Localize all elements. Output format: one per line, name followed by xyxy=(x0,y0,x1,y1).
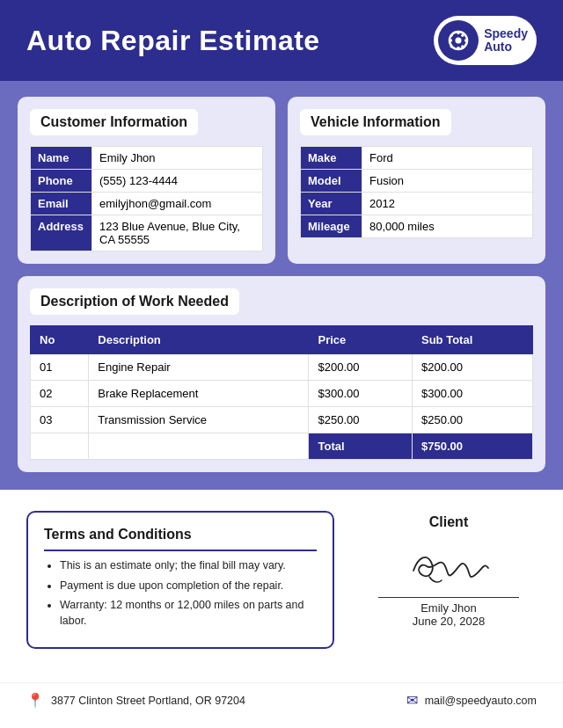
total-value: $750.00 xyxy=(413,433,533,460)
info-cards-row: Customer Information Name Emily Jhon Pho… xyxy=(18,97,545,264)
footer-address-item: 📍 3877 Clinton Street Portland, OR 97204 xyxy=(26,692,245,709)
email-icon: ✉ xyxy=(406,692,418,709)
vehicle-info-table: Make Ford Model Fusion Year 2012 Mileage… xyxy=(300,146,533,238)
table-row: 03 Transmission Service $250.00 $250.00 xyxy=(31,407,533,433)
make-label: Make xyxy=(301,147,362,170)
col-no: No xyxy=(31,326,89,354)
svg-rect-4 xyxy=(449,40,452,42)
email-value: emilyjhon@gmail.com xyxy=(92,193,263,215)
table-row: Name Emily Jhon xyxy=(31,147,263,170)
table-row: Phone (555) 123-4444 xyxy=(31,170,263,193)
row2-desc: Brake Replacement xyxy=(89,381,309,407)
row3-desc: Transmission Service xyxy=(89,407,309,433)
logo-brand-line1: Speedy xyxy=(484,27,528,40)
signature-area xyxy=(378,537,519,590)
vehicle-info-title: Vehicle Information xyxy=(300,109,451,135)
terms-list: This is an estimate only; the final bill… xyxy=(44,558,317,629)
logo-brand-line2: Auto xyxy=(484,40,512,54)
terms-item-2: Payment is due upon completion of the re… xyxy=(60,579,317,594)
client-label: Client xyxy=(429,514,468,530)
bottom-row: Terms and Conditions This is an estimate… xyxy=(26,511,537,649)
client-name: Emily Jhon June 20, 2028 xyxy=(378,597,519,628)
total-empty1 xyxy=(31,433,89,460)
terms-box: Terms and Conditions This is an estimate… xyxy=(26,511,334,649)
total-row: Total $750.00 xyxy=(31,433,533,460)
logo-text: Speedy Auto xyxy=(484,27,528,55)
customer-info-table: Name Emily Jhon Phone (555) 123-4444 Ema… xyxy=(30,146,263,251)
footer: 📍 3877 Clinton Street Portland, OR 97204… xyxy=(0,682,563,717)
work-table: No Description Price Sub Total 01 Engine… xyxy=(30,325,533,460)
work-section-title: Description of Work Needed xyxy=(30,288,239,315)
work-table-header-row: No Description Price Sub Total xyxy=(31,326,533,354)
terms-item-1: This is an estimate only; the final bill… xyxy=(60,558,317,574)
table-row: Model Fusion xyxy=(301,170,533,193)
vehicle-info-card: Vehicle Information Make Ford Model Fusi… xyxy=(288,97,545,264)
name-label: Name xyxy=(31,147,92,170)
phone-value: (555) 123-4444 xyxy=(92,170,263,193)
svg-rect-3 xyxy=(457,47,460,50)
row3-subtotal: $250.00 xyxy=(413,407,533,433)
table-row: 02 Brake Replacement $300.00 $300.00 xyxy=(31,381,533,407)
col-price: Price xyxy=(309,326,413,354)
row2-price: $300.00 xyxy=(309,381,413,407)
table-row: Make Ford xyxy=(301,147,533,170)
address-value: 123 Blue Avenue, Blue City, CA 55555 xyxy=(92,215,263,251)
table-row: Address 123 Blue Avenue, Blue City, CA 5… xyxy=(31,215,263,251)
terms-title: Terms and Conditions xyxy=(44,527,317,551)
row3-price: $250.00 xyxy=(309,407,413,433)
email-label: Email xyxy=(31,193,92,215)
logo-icon xyxy=(438,20,479,61)
customer-info-card: Customer Information Name Emily Jhon Pho… xyxy=(18,97,275,264)
row3-no: 03 xyxy=(31,407,89,433)
row1-subtotal: $200.00 xyxy=(413,354,533,381)
location-icon: 📍 xyxy=(26,692,44,709)
page-title: Auto Repair Estimate xyxy=(26,25,320,57)
client-box: Client Emily Jhon June 20, 2028 xyxy=(361,511,537,649)
table-row: Email emilyjhon@gmail.com xyxy=(31,193,263,215)
address-label: Address xyxy=(31,215,92,251)
year-label: Year xyxy=(301,193,362,215)
svg-rect-5 xyxy=(464,40,468,42)
footer-email-item: ✉ mail@speedyauto.com xyxy=(406,692,537,709)
table-row: Year 2012 xyxy=(301,193,533,215)
model-label: Model xyxy=(301,170,362,193)
logo-area: Speedy Auto xyxy=(434,16,537,65)
row1-no: 01 xyxy=(31,354,89,381)
total-empty2 xyxy=(89,433,309,460)
total-label: Total xyxy=(309,433,413,460)
footer-email: mail@speedyauto.com xyxy=(425,695,537,707)
row1-desc: Engine Repair xyxy=(89,354,309,381)
footer-address: 3877 Clinton Street Portland, OR 97204 xyxy=(51,695,245,707)
row2-no: 02 xyxy=(31,381,89,407)
row2-subtotal: $300.00 xyxy=(413,381,533,407)
terms-item-3: Warranty: 12 months or 12,000 miles on p… xyxy=(60,598,317,629)
mileage-value: 80,000 miles xyxy=(362,215,533,238)
model-value: Fusion xyxy=(362,170,533,193)
make-value: Ford xyxy=(362,147,533,170)
svg-rect-2 xyxy=(457,31,460,34)
col-subtotal: Sub Total xyxy=(413,326,533,354)
svg-point-1 xyxy=(456,38,462,44)
row1-price: $200.00 xyxy=(309,354,413,381)
work-section: Description of Work Needed No Descriptio… xyxy=(18,276,545,472)
mileage-label: Mileage xyxy=(301,215,362,238)
main-section: Customer Information Name Emily Jhon Pho… xyxy=(0,81,563,490)
name-value: Emily Jhon xyxy=(92,147,263,170)
bottom-section: Terms and Conditions This is an estimate… xyxy=(0,490,563,682)
table-row: Mileage 80,000 miles xyxy=(301,215,533,238)
col-description: Description xyxy=(89,326,309,354)
customer-info-title: Customer Information xyxy=(30,109,198,135)
table-row: 01 Engine Repair $200.00 $200.00 xyxy=(31,354,533,381)
year-value: 2012 xyxy=(362,193,533,215)
phone-label: Phone xyxy=(31,170,92,193)
header: Auto Repair Estimate Speedy Auto xyxy=(0,0,563,81)
